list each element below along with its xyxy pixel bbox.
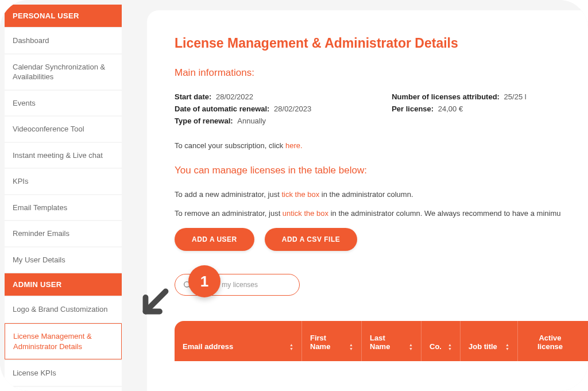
per-license-value: 24,00 € <box>438 104 463 113</box>
button-row: ADD A USER ADD A CSV FILE <box>175 228 588 251</box>
content-wrap: License Management & Administrator Detai… <box>126 0 588 391</box>
sidebar-item-license-kpis[interactable]: License KPIs <box>5 361 122 386</box>
sidebar-section-admin: ADMIN USER <box>5 273 122 296</box>
th-company[interactable]: Co. ▲▼ <box>421 321 461 361</box>
sidebar-item-my-user-details[interactable]: My User Details <box>5 247 122 273</box>
th-first-name-label: First Name <box>310 334 346 351</box>
info-row: Start date: 28/02/2022 Date of automatic… <box>175 92 588 129</box>
sort-icon: ▲▼ <box>349 343 353 351</box>
licenses-attr-label: Number of licenses attributed: <box>392 92 500 101</box>
page-title: License Management & Administrator Detai… <box>175 36 588 51</box>
sort-icon: ▲▼ <box>409 343 413 351</box>
th-first-name[interactable]: First Name ▲▼ <box>302 321 362 361</box>
info-right: Number of licenses attributed: 25/25 l P… <box>392 92 526 129</box>
app-frame: PERSONAL USER Dashboard Calendar Synchro… <box>0 0 588 391</box>
sidebar-item-kpis[interactable]: KPIs <box>5 169 122 194</box>
th-company-label: Co. <box>430 342 442 351</box>
sidebar-item-calendar-sync[interactable]: Calendar Synchronization & Availabilitie… <box>5 55 122 90</box>
sort-icon: ▲▼ <box>448 343 452 351</box>
renewal-date-line: Date of automatic renewal: 28/02/2023 <box>175 104 311 113</box>
untick-box-link[interactable]: untick the box <box>283 209 328 218</box>
th-email[interactable]: Email address ▲▼ <box>175 321 302 361</box>
th-last-name[interactable]: Last Name ▲▼ <box>362 321 421 361</box>
sidebar-section-personal: PERSONAL USER <box>5 5 122 27</box>
cancel-link[interactable]: here. <box>285 141 303 150</box>
sidebar-item-instant-meeting[interactable]: Instant meeting & Live chat <box>5 143 122 168</box>
start-date-value: 28/02/2022 <box>216 92 253 101</box>
th-job-title-label: Job title <box>469 342 497 351</box>
sidebar-item-license-management[interactable]: License Management & Administrator Detai… <box>5 323 122 359</box>
th-job-title[interactable]: Job title ▲▼ <box>461 321 518 361</box>
per-license-line: Per license: 24,00 € <box>392 104 526 113</box>
sidebar-item-events[interactable]: Events <box>5 91 122 116</box>
sidebar-item-dashboard[interactable]: Dashboard <box>5 28 122 53</box>
cancel-subscription-text: To cancel your subscription, click here. <box>175 141 588 150</box>
sort-icon: ▲▼ <box>505 343 509 351</box>
add-admin-suffix: in the administrator column. <box>319 190 413 199</box>
sidebar-item-analytics-platform[interactable]: Analytics platform <box>5 387 122 391</box>
per-license-label: Per license: <box>392 104 434 113</box>
renewal-date-label: Date of automatic renewal: <box>175 104 269 113</box>
th-active-license[interactable]: Active license <box>518 321 582 361</box>
add-user-button[interactable]: ADD A USER <box>175 228 254 251</box>
sort-icon: ▲▼ <box>289 343 293 351</box>
cancel-prefix: To cancel your subscription, click <box>175 141 285 150</box>
start-date-line: Start date: 28/02/2022 <box>175 92 311 101</box>
renewal-type-value: Annually <box>237 117 266 125</box>
add-csv-button[interactable]: ADD A CSV FILE <box>265 228 357 251</box>
manage-title: You can manage licenses in the table bel… <box>175 165 588 176</box>
renewal-type-line: Type of renewal: Annually <box>175 117 311 125</box>
sidebar-item-reminder-emails[interactable]: Reminder Emails <box>5 221 122 246</box>
licenses-attr-value: 25/25 l <box>504 92 527 101</box>
callout-step-bubble: 1 <box>188 265 220 297</box>
th-email-label: Email address <box>183 342 233 351</box>
svg-line-2 <box>146 292 166 312</box>
sidebar-item-logo-brand[interactable]: Logo & Brand Customization <box>5 297 122 322</box>
tick-box-link[interactable]: tick the box <box>281 190 319 199</box>
search-wrap <box>175 274 588 296</box>
remove-admin-suffix: in the administrator column. We always r… <box>328 209 560 218</box>
add-admin-prefix: To add a new administrator, just <box>175 190 281 199</box>
table-header: Email address ▲▼ First Name ▲▼ Last Name… <box>175 321 588 361</box>
info-left: Start date: 28/02/2022 Date of automatic… <box>175 92 311 129</box>
th-active-license-label: Active license <box>526 334 574 351</box>
licenses-attr-line: Number of licenses attributed: 25/25 l <box>392 92 526 101</box>
renewal-type-label: Type of renewal: <box>175 117 233 125</box>
remove-admin-text: To remove an administrator, just untick … <box>175 209 588 218</box>
start-date-label: Start date: <box>175 92 211 101</box>
content-panel: License Management & Administrator Detai… <box>147 10 588 391</box>
remove-admin-prefix: To remove an administrator, just <box>175 209 283 218</box>
sidebar-item-videoconference[interactable]: Videoconference Tool <box>5 117 122 142</box>
add-admin-text: To add a new administrator, just tick th… <box>175 190 588 199</box>
renewal-date-value: 28/02/2023 <box>274 104 311 113</box>
th-last-name-label: Last Name <box>370 334 405 351</box>
sidebar-item-email-templates[interactable]: Email Templates <box>5 195 122 220</box>
arrow-icon <box>136 281 176 322</box>
sidebar: PERSONAL USER Dashboard Calendar Synchro… <box>0 0 126 391</box>
main-info-title: Main informations: <box>175 67 588 79</box>
